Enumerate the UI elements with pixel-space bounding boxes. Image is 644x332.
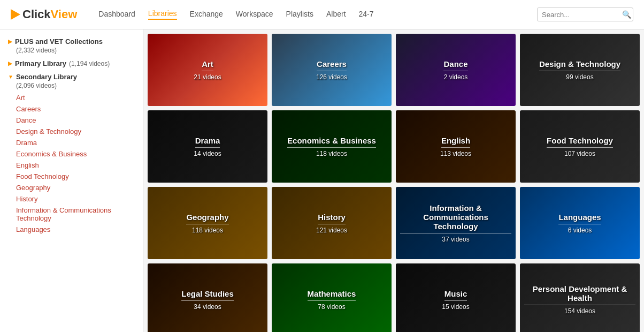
card-count: 6 videos [568,227,592,234]
main-layout: ▶ PLUS and VET Collections (2,332 videos… [0,29,644,332]
card-overlay: Legal Studies34 videos [148,263,267,332]
logo-view-text: View [51,7,78,21]
sidebar-link-design-tech[interactable]: Design & Technology [16,127,135,135]
primary-arrow: ▶ [8,61,12,66]
category-card[interactable]: Languages6 videos [520,187,640,259]
card-title: Music [444,289,467,301]
card-count: 2 videos [444,73,468,81]
nav-playlists[interactable]: Playlists [286,10,313,19]
plus-vet-arrow: ▶ [8,39,12,44]
sidebar-links: Art Careers Dance Design & Technology Dr… [16,94,135,233]
card-title: Mathematics [308,289,356,301]
card-overlay: Careers126 videos [272,34,392,106]
card-title: Personal Development & Health [524,284,635,305]
category-card[interactable]: English113 videos [396,110,516,183]
card-count: 14 videos [194,150,221,157]
card-overlay: Dance2 videos [396,34,516,106]
card-title: Drama [195,136,220,148]
plus-vet-count: (2,332 videos) [16,47,135,54]
sidebar-link-english[interactable]: English [16,161,135,169]
card-title: Languages [558,213,601,224]
category-card[interactable]: Drama14 videos [148,110,267,183]
sidebar-link-food-tech[interactable]: Food Technology [16,172,135,180]
main-nav: Dashboard Libraries Exchange Workspace P… [98,9,537,20]
card-count: 154 videos [564,307,595,315]
category-card[interactable]: Dance2 videos [396,34,516,106]
card-title: Art [202,59,213,71]
nav-libraries[interactable]: Libraries [148,9,177,20]
sidebar-link-languages[interactable]: Languages [16,225,135,233]
category-card[interactable]: Personal Development & Health154 videos [520,263,640,332]
nav-workspace[interactable]: Workspace [236,10,273,19]
category-card[interactable]: History121 videos [272,187,392,259]
sidebar-link-dance[interactable]: Dance [16,116,135,124]
card-count: 126 videos [316,73,347,81]
content-area: Art21 videosCareers126 videosDance2 vide… [143,29,644,332]
header: Click View Dashboard Libraries Exchange … [0,0,644,29]
sidebar-link-economics[interactable]: Economics & Business [16,150,135,158]
category-card[interactable]: Design & Technology99 videos [520,34,640,106]
card-title: Design & Technology [539,59,620,71]
sidebar-section-secondary: ▼ Secondary Library (2,096 videos) Art C… [8,73,135,233]
card-overlay: Geography118 videos [148,187,267,259]
category-card[interactable]: Food Technology107 videos [520,110,640,183]
sidebar-title-primary[interactable]: ▶ Primary Library (1,194 videos) [8,59,135,67]
sidebar-link-history[interactable]: History [16,195,135,203]
card-count: 118 videos [192,227,223,234]
category-card[interactable]: Careers126 videos [272,34,392,106]
card-overlay: Personal Development & Health154 videos [520,263,640,332]
category-grid: Art21 videosCareers126 videosDance2 vide… [148,34,640,332]
category-card[interactable]: Mathematics78 videos [272,263,392,332]
category-card[interactable]: Information & Communications Technology3… [396,187,516,259]
search-input[interactable] [542,11,622,19]
card-title: Information & Communications Technology [400,203,511,233]
nav-albert[interactable]: Albert [326,10,346,19]
nav-247[interactable]: 24-7 [359,10,374,19]
sidebar-link-art[interactable]: Art [16,94,135,102]
card-count: 118 videos [316,150,347,157]
card-title: Legal Studies [181,289,234,301]
primary-label: Primary Library [15,59,66,67]
category-card[interactable]: Economics & Business118 videos [272,110,392,183]
secondary-label: Secondary Library [16,73,77,81]
card-count: 113 videos [440,150,471,157]
plus-vet-label: PLUS and VET Collections [15,37,103,46]
card-overlay: Economics & Business118 videos [272,110,392,183]
sidebar-section-plus-vet: ▶ PLUS and VET Collections (2,332 videos… [8,37,135,54]
card-title: History [318,213,346,224]
card-count: 107 videos [564,150,595,157]
sidebar-link-careers[interactable]: Careers [16,105,135,113]
card-overlay: Food Technology107 videos [520,110,640,183]
card-count: 121 videos [316,227,347,234]
card-count: 37 videos [442,236,469,243]
category-card[interactable]: Geography118 videos [148,187,267,259]
logo[interactable]: Click View [11,7,77,21]
sidebar-title-plus-vet[interactable]: ▶ PLUS and VET Collections [8,37,135,46]
card-overlay: History121 videos [272,187,392,259]
card-count: 15 videos [442,303,469,311]
card-overlay: Information & Communications Technology3… [396,187,516,259]
card-overlay: Art21 videos [148,34,267,106]
category-card[interactable]: Legal Studies34 videos [148,263,267,332]
card-count: 78 videos [318,303,345,311]
sidebar-link-geography[interactable]: Geography [16,184,135,192]
card-title: English [441,136,470,148]
card-overlay: Music15 videos [396,263,516,332]
card-title: Geography [186,213,228,224]
card-overlay: Drama14 videos [148,110,267,183]
nav-dashboard[interactable]: Dashboard [98,10,135,19]
nav-exchange[interactable]: Exchange [190,10,223,19]
category-card[interactable]: Music15 videos [396,263,516,332]
card-title: Food Technology [547,136,613,148]
sidebar-link-ict[interactable]: Information & Communications Technology [16,206,135,222]
card-overlay: Languages6 videos [520,187,640,259]
search-box[interactable]: 🔍 [537,7,633,21]
sidebar: ▶ PLUS and VET Collections (2,332 videos… [0,29,143,332]
secondary-count: (2,096 videos) [16,82,135,89]
sidebar-link-drama[interactable]: Drama [16,139,135,147]
category-card[interactable]: Art21 videos [148,34,267,106]
sidebar-title-secondary[interactable]: ▼ Secondary Library [8,73,135,81]
sidebar-section-primary: ▶ Primary Library (1,194 videos) [8,59,135,67]
logo-click-text: Click [22,7,51,21]
secondary-arrow: ▼ [8,74,13,80]
